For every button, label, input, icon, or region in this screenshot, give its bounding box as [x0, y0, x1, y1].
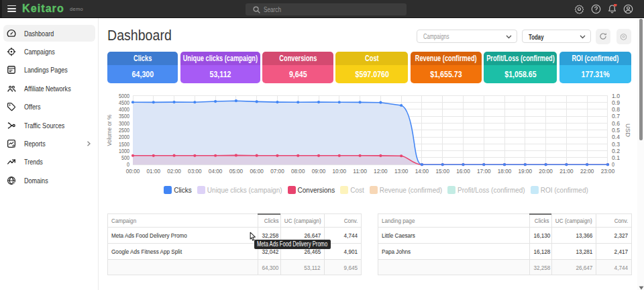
svg-text:12:00: 12:00	[374, 167, 388, 175]
svg-text:3500: 3500	[119, 112, 129, 119]
svg-text:19:00: 19:00	[519, 167, 533, 175]
svg-text:1.0: 1.0	[612, 92, 620, 99]
svg-text:11:00: 11:00	[353, 167, 367, 175]
svg-text:0.1: 0.1	[612, 154, 620, 161]
svg-text:USD: USD	[625, 124, 631, 137]
svg-text:0.8: 0.8	[612, 105, 620, 113]
svg-text:1500: 1500	[119, 140, 129, 148]
svg-text:4500: 4500	[119, 99, 129, 106]
svg-text:5000: 5000	[119, 92, 129, 99]
svg-text:1000: 1000	[119, 147, 129, 154]
svg-text:0.3: 0.3	[612, 140, 620, 148]
svg-text:20:00: 20:00	[539, 167, 553, 175]
svg-text:0.2: 0.2	[612, 147, 620, 154]
svg-text:22:00: 22:00	[580, 167, 594, 175]
svg-text:08:00: 08:00	[291, 167, 305, 175]
svg-text:2500: 2500	[119, 126, 129, 134]
svg-text:10:00: 10:00	[333, 167, 347, 175]
svg-text:14:00: 14:00	[415, 167, 429, 175]
svg-text:13:00: 13:00	[394, 167, 409, 175]
svg-text:17:00: 17:00	[477, 167, 491, 175]
svg-text:21:00: 21:00	[559, 167, 574, 175]
svg-text:4000: 4000	[119, 105, 129, 113]
svg-text:05:00: 05:00	[229, 167, 244, 175]
svg-text:03:00: 03:00	[188, 167, 202, 175]
svg-text:Volume or %: Volume or %	[106, 115, 113, 146]
svg-text:0.4: 0.4	[612, 133, 620, 140]
svg-text:3000: 3000	[119, 119, 129, 127]
svg-text:0.6: 0.6	[612, 119, 620, 127]
svg-text:00:00: 00:00	[126, 167, 140, 175]
svg-text:2000: 2000	[119, 133, 129, 140]
svg-text:23:00: 23:00	[601, 167, 615, 175]
svg-text:06:00: 06:00	[250, 167, 264, 175]
svg-text:16:00: 16:00	[456, 167, 470, 175]
svg-text:09:00: 09:00	[312, 167, 326, 175]
svg-text:15:00: 15:00	[435, 167, 449, 175]
svg-text:0.5: 0.5	[612, 126, 620, 134]
svg-text:500: 500	[121, 154, 129, 161]
svg-text:0.9: 0.9	[612, 99, 620, 106]
svg-text:02:00: 02:00	[167, 167, 181, 175]
svg-text:07:00: 07:00	[270, 167, 284, 175]
svg-text:0.7: 0.7	[612, 112, 620, 119]
svg-text:01:00: 01:00	[147, 167, 161, 175]
svg-text:04:00: 04:00	[209, 167, 223, 175]
svg-text:18:00: 18:00	[498, 167, 512, 175]
